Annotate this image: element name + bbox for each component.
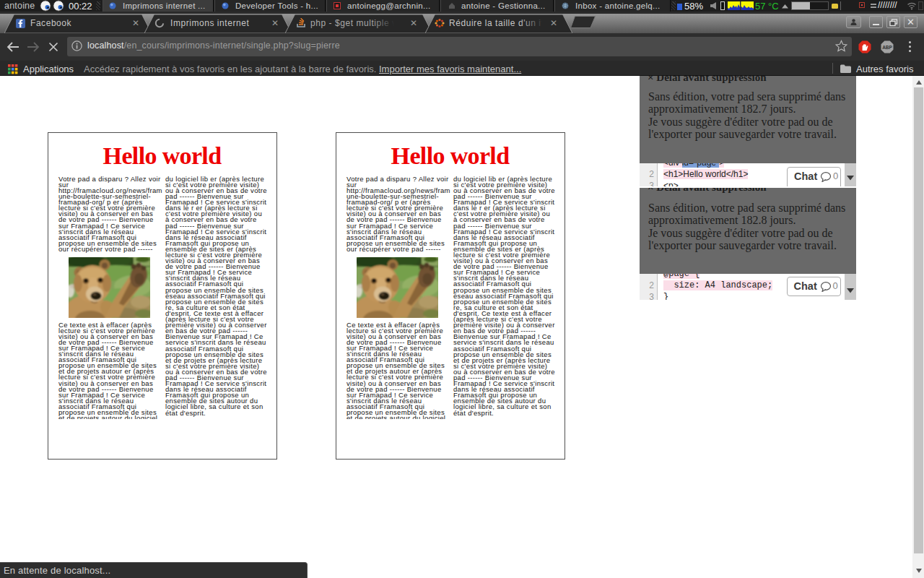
svg-text:ABP: ABP: [882, 45, 892, 50]
